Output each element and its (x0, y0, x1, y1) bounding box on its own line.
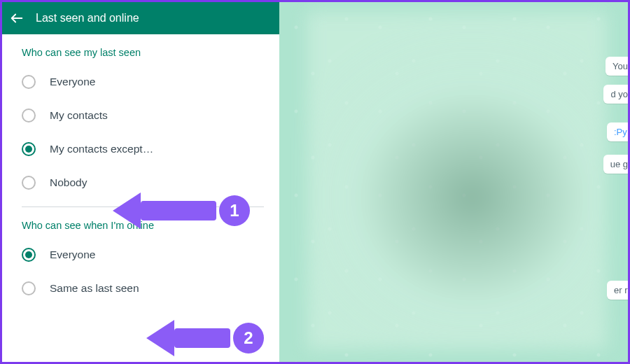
chat-bubble-text: er r (614, 285, 628, 295)
chat-bubble-text: d yo (610, 89, 628, 99)
chat-bubble: ue g (603, 155, 628, 174)
annotation-badge-2: 2 (233, 323, 264, 354)
radio-icon (22, 281, 36, 295)
settings-panel: Last seen and online Who can see my last… (2, 2, 279, 362)
chat-bubble-link: :Py (607, 122, 628, 141)
panel-title: Last seen and online (36, 12, 139, 24)
option-same-as-last-seen[interactable]: Same as last seen (22, 272, 264, 305)
option-my-contacts[interactable]: My contacts (22, 99, 264, 132)
option-label: Everyone (50, 248, 95, 261)
option-my-contacts-except[interactable]: My contacts except… (22, 132, 264, 166)
chat-bubble: d yo (603, 85, 628, 104)
badge-number: 1 (230, 201, 239, 220)
option-everyone-online[interactable]: Everyone (22, 238, 264, 272)
radio-icon (22, 108, 36, 122)
back-arrow-icon[interactable] (9, 10, 24, 26)
section-title-last-seen: Who can see my last seen (22, 47, 264, 58)
radio-icon-checked (22, 142, 36, 156)
badge-number: 2 (244, 328, 253, 348)
option-label: Nobody (50, 176, 87, 189)
chat-background: You d yo :Py ue g er r (279, 2, 628, 362)
annotation-badge-1: 1 (219, 195, 250, 226)
radio-icon-checked (22, 248, 36, 262)
annotation-arrow-2: 2 (146, 320, 264, 356)
chat-bubble: er r (607, 281, 628, 300)
arrow-body (141, 201, 216, 220)
arrow-body (174, 328, 230, 348)
blurred-overlay (307, 12, 607, 349)
chat-bubble-text: ue g (610, 159, 628, 169)
option-label: Everyone (50, 76, 95, 88)
panel-content: Who can see my last seen Everyone My con… (2, 34, 279, 312)
arrow-head-icon (146, 320, 174, 356)
chat-bubble: You (606, 57, 628, 76)
option-everyone-lastseen[interactable]: Everyone (22, 65, 264, 99)
option-label: My contacts (50, 109, 108, 122)
radio-icon (22, 176, 36, 190)
option-label: Same as last seen (50, 282, 139, 295)
radio-icon (22, 75, 36, 89)
screenshot-frame: Last seen and online Who can see my last… (0, 0, 630, 364)
arrow-head-icon (113, 192, 141, 229)
chat-bubble-text: :Py (614, 127, 627, 137)
panel-header: Last seen and online (2, 2, 279, 34)
annotation-arrow-1: 1 (113, 192, 250, 229)
chat-bubble-text: You (612, 61, 628, 71)
option-label: My contacts except… (50, 143, 153, 155)
